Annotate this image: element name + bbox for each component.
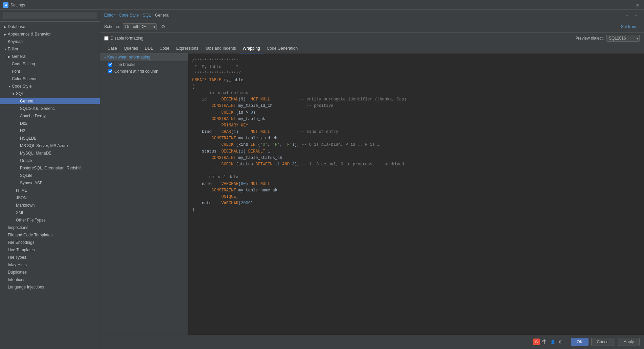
sidebar-item-label: MS SQL Server, MS Azure [20, 143, 68, 148]
scheme-gear-button[interactable]: ⚙ [159, 23, 167, 30]
code-line: -- internal columns [192, 90, 640, 96]
ok-button[interactable]: OK [571, 338, 588, 346]
apply-button[interactable]: Apply [618, 338, 640, 346]
code-line: CREATE TABLE my_table [192, 77, 640, 84]
sidebar-item-html[interactable]: HTML [0, 187, 100, 194]
code-line: /****************** [192, 57, 640, 64]
sidebar-item-label: Db2 [20, 121, 27, 126]
sidebar-item-language-injections[interactable]: Language Injections [0, 283, 100, 291]
title-bar: ⚙ Settings ✕ [0, 0, 644, 10]
sidebar-item-json[interactable]: JSON [0, 194, 100, 202]
sidebar-item-mysql[interactable]: MySQL, MariaDB [0, 149, 100, 157]
sidebar-item-inspections[interactable]: Inspections [0, 224, 100, 231]
sidebar-item-label: MySQL, MariaDB [20, 151, 51, 156]
sidebar-item-hsqldb[interactable]: HSQLDB [0, 135, 100, 142]
code-line: status DECIMAL(1) DEFAULT 1 [192, 148, 640, 155]
nav-back-button[interactable]: ← [623, 13, 631, 18]
sidebar-item-keymap[interactable]: Keymap [0, 38, 100, 45]
tab-expressions[interactable]: Expressions [173, 44, 202, 53]
nav-forward-button[interactable]: → [632, 13, 640, 18]
sidebar-item-general[interactable]: ▶ General [0, 53, 100, 60]
close-button[interactable]: ✕ [634, 2, 641, 8]
breadcrumb-editor[interactable]: Editor [104, 13, 115, 18]
sidebar-item-h2[interactable]: H2 [0, 127, 100, 135]
code-line: ******************/ [192, 70, 640, 77]
sidebar-item-label: Color Scheme [12, 76, 38, 81]
cancel-button[interactable]: Cancel [591, 338, 615, 346]
sidebar-item-font[interactable]: Font [0, 68, 100, 75]
bottom-icons: S 中 👤 ⊞ [533, 339, 564, 345]
tab-code-generation[interactable]: Code Generation [263, 44, 301, 53]
sidebar-item-sql-general[interactable]: General [0, 97, 100, 105]
user-icon: 👤 [549, 339, 556, 345]
breadcrumb-sql[interactable]: SQL [143, 13, 151, 18]
sidebar-item-db2[interactable]: Db2 [0, 120, 100, 127]
sidebar-item-color-scheme[interactable]: Color Scheme [0, 75, 100, 83]
disable-formatting-option: Disable formatting [104, 36, 143, 41]
sidebar-item-code-editing[interactable]: Code Editing [0, 60, 100, 68]
line-breaks-label[interactable]: Line breaks [114, 62, 135, 67]
sidebar-item-label: Inspections [8, 225, 28, 230]
settings-options-list: Line breaks Comment at first column [100, 61, 188, 75]
sidebar-item-live-templates[interactable]: Live Templates [0, 246, 100, 254]
comment-first-column-label[interactable]: Comment at first column [114, 69, 158, 74]
tab-code[interactable]: Code [156, 44, 173, 53]
sidebar-item-duplicates[interactable]: Duplicates [0, 269, 100, 276]
sidebar-item-file-encodings[interactable]: File Encodings [0, 239, 100, 246]
tab-wrapping[interactable]: Wrapping [239, 44, 263, 53]
sidebar-item-ms-sql[interactable]: MS SQL Server, MS Azure [0, 142, 100, 149]
sidebar-item-other-file-types[interactable]: Other File Types [0, 216, 100, 224]
sidebar-item-label: Duplicates [8, 270, 27, 275]
settings-panel: ▾ Keep when reformatting Line breaks Com… [100, 53, 188, 335]
sidebar: ▶ Database ▶ Appearance & Behavior Keym [0, 10, 100, 349]
search-input[interactable] [3, 12, 97, 19]
sidebar-item-file-types[interactable]: File Types [0, 254, 100, 261]
scheme-bar: Scheme: Default IDE Project ▾ ⚙ Set from… [100, 21, 644, 33]
dialect-select[interactable]: SQL2016 MySQL PostgreSQL Oracle [606, 35, 640, 42]
breadcrumb-sep1: › [116, 13, 117, 18]
sidebar-item-code-style[interactable]: ▾ Code Style [0, 83, 100, 90]
sidebar-item-postgresql[interactable]: PostgreSQL, Greenplum, Redshift [0, 164, 100, 172]
breadcrumb-code-style[interactable]: Code Style [119, 13, 139, 18]
code-line: CONSTRAINT my_table_id_ch -- positive [192, 103, 640, 109]
sidebar-item-oracle[interactable]: Oracle [0, 157, 100, 164]
code-line: ) [192, 207, 640, 213]
sidebar-item-label: Code Style [12, 84, 32, 89]
disable-formatting-checkbox[interactable] [104, 36, 109, 41]
settings-group-header-keep[interactable]: ▾ Keep when reformatting [100, 53, 188, 61]
line-breaks-checkbox[interactable] [108, 63, 112, 67]
sidebar-item-appearance-behavior[interactable]: ▶ Appearance & Behavior [0, 30, 100, 38]
sidebar-item-database[interactable]: ▶ Database [0, 23, 100, 30]
sidebar-item-label: Apache Derby [20, 114, 46, 118]
sidebar-item-label: XML [16, 210, 24, 215]
code-line: * My Table * [192, 64, 640, 70]
sidebar-item-inlay-hints[interactable]: Inlay Hints [0, 261, 100, 269]
option-line-breaks: Line breaks [100, 61, 188, 68]
sidebar-item-sybase[interactable]: Sybase ASE [0, 179, 100, 187]
tab-case[interactable]: Case [104, 44, 120, 53]
sidebar-item-label: HSQLDB [20, 136, 37, 141]
tab-queries[interactable]: Queries [120, 44, 141, 53]
code-line: CHECK (kind IN ('O', 'P', 'F')), -- O is… [192, 142, 640, 148]
sidebar-item-intentions[interactable]: Intentions [0, 276, 100, 283]
sidebar-item-editor[interactable]: ▾ Editor [0, 45, 100, 53]
sidebar-item-xml[interactable]: XML [0, 209, 100, 216]
code-line: PRIMARY KEY, [192, 122, 640, 129]
sidebar-item-file-code-templates[interactable]: File and Code Templates [0, 231, 100, 239]
sidebar-item-sql2016[interactable]: SQL:2016, Generic [0, 105, 100, 112]
sidebar-item-apache-derby[interactable]: Apache Derby [0, 112, 100, 120]
main-content: ▶ Database ▶ Appearance & Behavior Keym [0, 10, 644, 349]
code-line: name VARCHAR(80) NOT NULL [192, 181, 640, 187]
tab-ddl[interactable]: DDL [141, 44, 156, 53]
sidebar-item-sql[interactable]: ▾ SQL [0, 90, 100, 97]
grid-icon: ⊞ [557, 339, 564, 345]
sidebar-item-sqlite[interactable]: SQLite [0, 172, 100, 179]
comment-first-column-checkbox[interactable] [108, 69, 112, 73]
scheme-select-wrapper: Default IDE Project ▾ [123, 23, 157, 30]
tab-tabs-indents[interactable]: Tabs and Indents [202, 44, 239, 53]
set-from-link[interactable]: Set from... [621, 24, 640, 29]
code-line: CONSTRAINT my_table_pk [192, 116, 640, 122]
sidebar-item-markdown[interactable]: Markdown [0, 202, 100, 209]
disable-formatting-label[interactable]: Disable formatting [111, 36, 143, 41]
scheme-select[interactable]: Default IDE Project [123, 23, 157, 30]
